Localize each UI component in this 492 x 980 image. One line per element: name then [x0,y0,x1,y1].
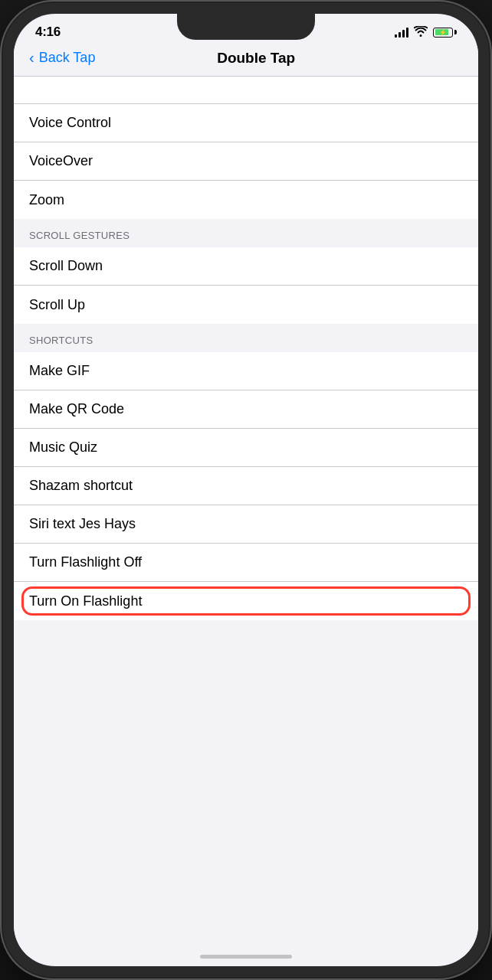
list-item-make-qr[interactable]: Make QR Code [14,390,478,429]
status-icons: ⚡ [395,26,457,39]
home-indicator [200,955,292,959]
list-item-flashlight-off[interactable]: Turn Flashlight Off [14,544,478,582]
back-button[interactable]: ‹ Back Tap [29,49,95,67]
list-item[interactable]: Scroll Down [14,247,478,286]
status-time: 4:16 [35,24,61,40]
screen: 4:16 [14,14,478,966]
nav-bar: ‹ Back Tap Double Tap [14,46,478,77]
list-item-make-gif[interactable]: Make GIF [14,352,478,390]
list-item[interactable]: Zoom [14,181,478,219]
signal-bars-icon [395,27,408,38]
battery-icon: ⚡ [433,28,457,38]
page-title: Double Tap [95,50,417,67]
accessibility-section: Voice Control VoiceOver Zoom [14,104,478,219]
list-item[interactable]: Voice Control [14,104,478,142]
shortcuts-header: SHORTCUTS [14,324,478,352]
wifi-icon [414,26,428,39]
phone-frame: 4:16 [0,0,492,980]
list-item[interactable]: VoiceOver [14,142,478,181]
scroll-gestures-section: SCROLL GESTURES Scroll Down Scroll Up [14,219,478,324]
back-label[interactable]: Back Tap [39,50,96,66]
scroll-gestures-header: SCROLL GESTURES [14,219,478,247]
notch [177,14,315,40]
content-area: ⠀ Voice Control VoiceOver Zoom SCROLL GE… [14,77,478,956]
partial-item[interactable]: ⠀ [14,77,478,104]
back-chevron-icon: ‹ [29,49,34,67]
list-item-siri-text[interactable]: Siri text Jes Hays [14,505,478,544]
shortcuts-section: SHORTCUTS Make GIF Make QR Code Music Qu… [14,324,478,620]
list-item-flashlight-on[interactable]: Turn On Flashlight [14,582,478,620]
list-item-music-quiz[interactable]: Music Quiz [14,429,478,467]
list-item-shazam[interactable]: Shazam shortcut [14,467,478,505]
list-item[interactable]: Scroll Up [14,286,478,324]
